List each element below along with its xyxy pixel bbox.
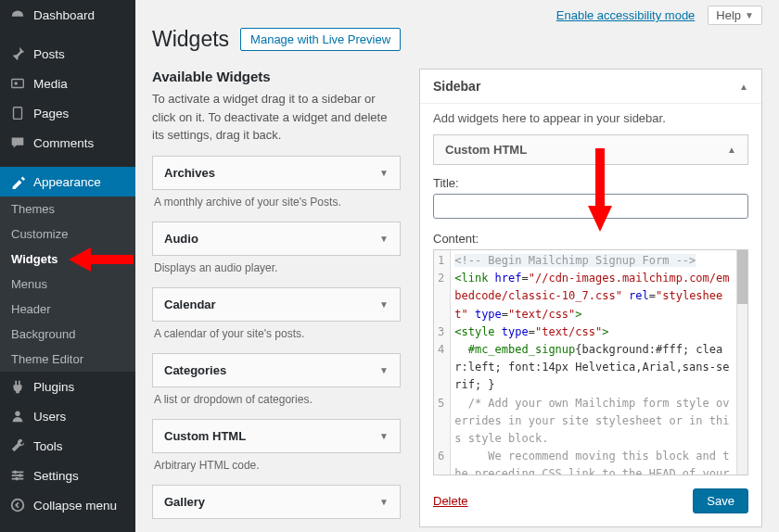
sidebar-label: Posts [33, 47, 65, 61]
sidebar-area-desc: Add widgets here to appear in your sideb… [433, 111, 748, 125]
chevron-down-icon: ▼ [379, 234, 389, 244]
submenu-theme-editor[interactable]: Theme Editor [0, 347, 135, 372]
collapse-icon [9, 497, 26, 513]
accessibility-link[interactable]: Enable accessibility mode [556, 8, 696, 22]
settings-icon [9, 467, 26, 484]
admin-sidebar: Dashboard Posts Media Pages Comments App… [0, 0, 135, 532]
widget-archives[interactable]: Archives▼ [152, 156, 401, 190]
widget-archives-desc: A monthly archive of your site's Posts. [152, 196, 401, 209]
media-icon [9, 75, 26, 92]
sidebar-item-dashboard[interactable]: Dashboard [0, 0, 135, 30]
widget-title-input[interactable] [433, 194, 748, 219]
submenu-themes[interactable]: Themes [0, 196, 135, 222]
sidebar-item-tools[interactable]: Tools [0, 431, 135, 461]
sidebar-label: Settings [33, 469, 79, 483]
widget-audio-desc: Displays an audio player. [152, 261, 401, 274]
save-widget-button[interactable]: Save [693, 488, 748, 513]
sidebar-item-users[interactable]: Users [0, 401, 135, 431]
code-gutter: 12345678 [434, 250, 451, 475]
chevron-down-icon: ▼ [379, 168, 389, 178]
placed-widget-header[interactable]: Custom HTML▲ [433, 134, 748, 165]
chevron-down-icon: ▼ [745, 10, 754, 20]
sidebar-label: Appearance [33, 175, 101, 189]
page-title: Widgets [152, 27, 229, 52]
sidebar-label: Tools [33, 439, 63, 453]
chevron-down-icon: ▼ [379, 299, 389, 310]
chevron-down-icon: ▼ [379, 497, 389, 507]
widget-custom-html[interactable]: Custom HTML▼ [152, 419, 401, 453]
sidebar-item-comments[interactable]: Comments [0, 128, 135, 158]
widget-gallery[interactable]: Gallery▼ [152, 485, 401, 519]
code-textarea[interactable]: <!-- Begin Mailchimp Signup Form --> <li… [451, 250, 736, 475]
sidebar-item-posts[interactable]: Posts [0, 39, 135, 69]
widget-audio[interactable]: Audio▼ [152, 222, 401, 256]
sidebar-label: Collapse menu [33, 499, 117, 513]
submenu-background[interactable]: Background [0, 322, 135, 347]
widget-calendar-desc: A calendar of your site's posts. [152, 327, 401, 340]
dashboard-icon [9, 6, 26, 23]
pages-icon [9, 105, 26, 121]
widget-custom-html-desc: Arbitrary HTML code. [152, 459, 401, 472]
available-widgets-desc: To activate a widget drag it to a sideba… [152, 90, 401, 145]
appearance-submenu: Themes Customize Widgets Menus Header Ba… [0, 196, 135, 372]
content-code-editor[interactable]: 12345678 <!-- Begin Mailchimp Signup For… [433, 249, 748, 475]
sidebar-label: Comments [33, 136, 94, 150]
submenu-widgets[interactable]: Widgets [0, 247, 135, 272]
available-widgets-column: Available Widgets To activate a widget d… [152, 69, 401, 532]
chevron-up-icon: ▲ [739, 82, 748, 92]
help-button[interactable]: Help▼ [708, 6, 762, 25]
svg-point-10 [15, 477, 19, 481]
widget-categories[interactable]: Categories▼ [152, 353, 401, 387]
svg-point-11 [12, 500, 24, 512]
sidebar-item-appearance[interactable]: Appearance [0, 167, 135, 196]
chevron-down-icon: ▼ [379, 431, 389, 441]
chevron-up-icon: ▲ [727, 145, 736, 155]
sidebar-label: Dashboard [33, 8, 95, 22]
submenu-header[interactable]: Header [0, 297, 135, 322]
svg-rect-0 [17, 11, 19, 16]
widget-calendar[interactable]: Calendar▼ [152, 287, 401, 322]
code-scrollbar[interactable] [736, 250, 747, 475]
manage-live-preview-button[interactable]: Manage with Live Preview [240, 28, 401, 51]
sidebar-item-collapse[interactable]: Collapse menu [0, 490, 135, 520]
delete-widget-link[interactable]: Delete [433, 494, 468, 508]
tools-icon [9, 437, 26, 454]
available-widgets-heading: Available Widgets [152, 69, 401, 84]
svg-point-4 [15, 412, 19, 416]
svg-point-9 [19, 474, 22, 477]
screen-options-bar: Enable accessibility mode Help▼ [152, 0, 762, 25]
chevron-down-icon: ▼ [379, 365, 389, 375]
sidebar-area-panel: Sidebar▲ Add widgets here to appear in y… [419, 69, 762, 527]
svg-point-2 [14, 82, 18, 85]
plugins-icon [9, 378, 26, 395]
title-label: Title: [433, 176, 748, 190]
appearance-icon [9, 173, 26, 190]
submenu-menus[interactable]: Menus [0, 272, 135, 297]
submenu-customize[interactable]: Customize [0, 222, 135, 247]
content-label: Content: [433, 232, 748, 246]
sidebar-item-settings[interactable]: Settings [0, 461, 135, 490]
widget-categories-desc: A list or dropdown of categories. [152, 393, 401, 406]
main-content: Enable accessibility mode Help▼ Widgets … [135, 0, 779, 532]
sidebar-item-pages[interactable]: Pages [0, 98, 135, 128]
sidebar-label: Media [33, 77, 68, 91]
sidebar-item-plugins[interactable]: Plugins [0, 372, 135, 401]
pin-icon [9, 45, 26, 62]
svg-point-8 [14, 471, 18, 475]
sidebar-label: Pages [33, 107, 69, 120]
sidebar-area-header[interactable]: Sidebar▲ [420, 70, 761, 104]
svg-rect-3 [14, 108, 22, 120]
users-icon [9, 408, 26, 424]
sidebar-label: Users [33, 410, 66, 424]
sidebar-area-column: Sidebar▲ Add widgets here to appear in y… [419, 69, 762, 532]
sidebar-label: Plugins [33, 380, 74, 394]
comments-icon [9, 134, 26, 151]
sidebar-item-media[interactable]: Media [0, 69, 135, 98]
